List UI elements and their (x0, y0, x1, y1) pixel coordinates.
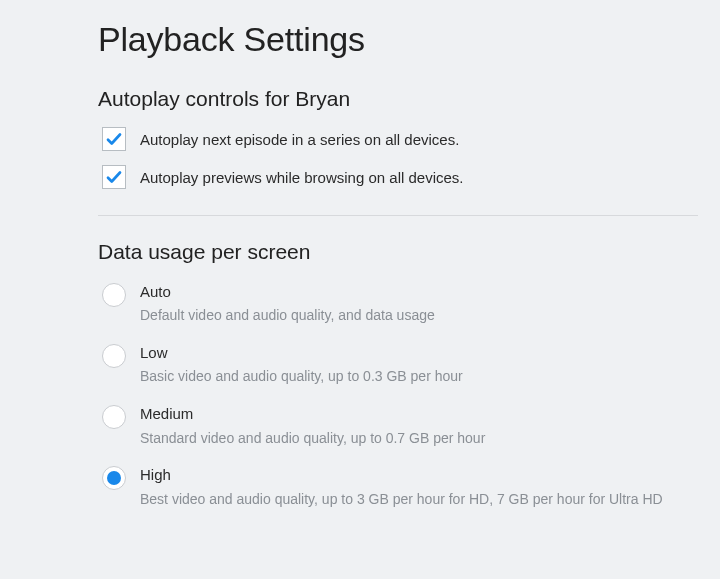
checkbox-label: Autoplay previews while browsing on all … (140, 169, 464, 186)
radio-description: Standard video and audio quality, up to … (140, 429, 485, 448)
checkbox-label: Autoplay next episode in a series on all… (140, 131, 459, 148)
radio-description: Best video and audio quality, up to 3 GB… (140, 490, 663, 509)
radio-description: Basic video and audio quality, up to 0.3… (140, 367, 463, 386)
radio-description: Default video and audio quality, and dat… (140, 306, 435, 325)
radio-row-high: High Best video and audio quality, up to… (102, 465, 698, 508)
checkbox-autoplay-previews[interactable] (102, 165, 126, 189)
radio-row-auto: Auto Default video and audio quality, an… (102, 282, 698, 325)
checkmark-icon (105, 168, 123, 186)
radio-medium[interactable] (102, 405, 126, 429)
radio-texts: Medium Standard video and audio quality,… (140, 404, 485, 447)
radio-texts: High Best video and audio quality, up to… (140, 465, 663, 508)
radio-label: Low (140, 343, 463, 363)
radio-label: High (140, 465, 663, 485)
data-usage-heading: Data usage per screen (98, 240, 698, 264)
radio-label: Auto (140, 282, 435, 302)
radio-row-medium: Medium Standard video and audio quality,… (102, 404, 698, 447)
checkbox-autoplay-next-episode[interactable] (102, 127, 126, 151)
radio-row-low: Low Basic video and audio quality, up to… (102, 343, 698, 386)
section-divider (98, 215, 698, 216)
radio-texts: Low Basic video and audio quality, up to… (140, 343, 463, 386)
checkmark-icon (105, 130, 123, 148)
radio-high[interactable] (102, 466, 126, 490)
radio-label: Medium (140, 404, 485, 424)
checkbox-row-autoplay-next-episode: Autoplay next episode in a series on all… (102, 127, 698, 151)
radio-low[interactable] (102, 344, 126, 368)
autoplay-heading: Autoplay controls for Bryan (98, 87, 698, 111)
page-title: Playback Settings (98, 20, 698, 59)
radio-auto[interactable] (102, 283, 126, 307)
radio-texts: Auto Default video and audio quality, an… (140, 282, 435, 325)
checkbox-row-autoplay-previews: Autoplay previews while browsing on all … (102, 165, 698, 189)
